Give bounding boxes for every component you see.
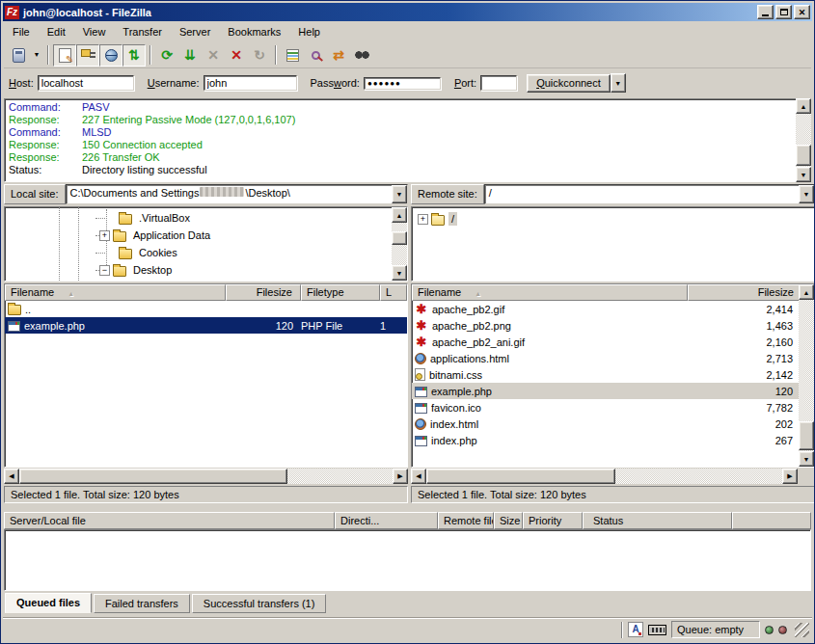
activity-led-red-icon xyxy=(778,626,787,634)
file-row[interactable]: favicon.ico7,782 xyxy=(412,399,814,416)
tab-queued-files[interactable]: Queued files xyxy=(5,593,92,613)
quickconnect-button[interactable]: Quickconnect xyxy=(527,74,611,93)
file-row[interactable]: applications.html2,713 xyxy=(412,350,814,366)
toggle-message-log-button[interactable]: ✎ xyxy=(53,44,76,67)
tree-item-application-data[interactable]: + Application Data xyxy=(5,227,407,244)
site-manager-button[interactable] xyxy=(7,44,30,67)
toggle-local-tree-button[interactable] xyxy=(76,44,99,67)
scroll-down-icon[interactable]: ▼ xyxy=(796,167,811,182)
column-direction[interactable]: Directi... xyxy=(335,512,438,529)
tree-item-root[interactable]: + / xyxy=(412,210,814,228)
expand-icon[interactable]: + xyxy=(99,230,110,241)
column-filesize[interactable]: Filesize xyxy=(226,284,301,301)
column-empty[interactable] xyxy=(732,512,811,529)
local-path-dropdown-button[interactable]: ▼ xyxy=(392,185,407,203)
remote-list-vscrollbar[interactable]: ▲ ▼ xyxy=(799,284,814,467)
file-row[interactable]: ✱apache_pb2_ani.gif2,160 xyxy=(412,334,814,350)
remote-path-combobox[interactable]: / ▼ xyxy=(484,184,815,204)
remote-directory-tree: + / xyxy=(411,206,815,282)
close-button[interactable]: ✕ xyxy=(794,5,810,19)
refresh-button[interactable]: ⟳ xyxy=(155,44,178,67)
column-filename[interactable]: Filename▲ xyxy=(5,284,226,301)
tree-item-desktop[interactable]: − Desktop xyxy=(5,261,407,279)
filezilla-logo-icon: Fz xyxy=(5,6,19,19)
scrollbar-thumb[interactable] xyxy=(426,469,615,484)
resize-grip[interactable] xyxy=(795,623,809,637)
toggle-remote-tree-button[interactable] xyxy=(99,44,122,67)
remote-list-hscrollbar[interactable]: ◀ ▶ xyxy=(411,469,798,484)
menu-edit[interactable]: Edit xyxy=(39,23,74,40)
collapse-icon[interactable]: − xyxy=(99,265,110,276)
file-row[interactable]: index.html202 xyxy=(412,416,814,432)
scroll-down-icon[interactable]: ▼ xyxy=(392,265,407,281)
username-input[interactable] xyxy=(204,75,297,91)
file-row-example-php[interactable]: example.php 120 PHP File 1 xyxy=(5,317,407,334)
scroll-up-icon[interactable]: ▲ xyxy=(796,98,811,114)
find-files-button[interactable] xyxy=(350,44,373,67)
menu-view[interactable]: View xyxy=(74,23,115,40)
synchronized-browsing-button[interactable]: ⇄ xyxy=(327,44,350,67)
scrollbar-thumb[interactable] xyxy=(392,231,407,245)
local-tree-scrollbar[interactable]: ▲ ▼ xyxy=(392,207,407,281)
queue-header: Server/Local file Directi... Remote file… xyxy=(4,512,811,529)
file-row[interactable]: bitnami.css2,142 xyxy=(412,366,814,383)
scroll-right-icon[interactable]: ▶ xyxy=(393,469,408,484)
scrollbar-thumb[interactable] xyxy=(799,421,814,450)
cancel-button[interactable]: ✕ xyxy=(202,44,225,67)
maximize-button[interactable] xyxy=(775,5,792,19)
file-row-selected[interactable]: example.php120 xyxy=(412,383,814,399)
disconnect-button[interactable]: ✕ xyxy=(225,44,248,67)
log-line: Command:MLSD xyxy=(9,126,797,139)
column-filetype[interactable]: Filetype xyxy=(301,284,380,301)
ico-file-icon xyxy=(415,403,427,414)
quickconnect-dropdown-button[interactable]: ▼ xyxy=(611,73,626,93)
menu-help[interactable]: Help xyxy=(289,23,329,40)
menu-file[interactable]: File xyxy=(4,23,39,40)
menu-transfer[interactable]: Transfer xyxy=(114,23,171,40)
file-row[interactable]: ✱apache_pb2.gif2,414 xyxy=(412,301,814,317)
column-priority[interactable]: Priority xyxy=(523,512,583,529)
reconnect-button[interactable]: ↻ xyxy=(248,44,271,67)
remote-path-dropdown-button[interactable]: ▼ xyxy=(799,185,814,203)
column-filesize[interactable]: Filesize xyxy=(688,284,814,301)
tab-successful-transfers[interactable]: Successful transfers (1) xyxy=(192,594,327,613)
scroll-down-icon[interactable]: ▼ xyxy=(799,451,814,467)
column-size[interactable]: Size xyxy=(494,512,523,529)
file-row[interactable]: index.php267 xyxy=(412,432,814,448)
transfer-type-indicator-icon[interactable]: A xyxy=(628,622,643,637)
status-indicator-badge-icon[interactable] xyxy=(648,625,666,635)
tab-failed-transfers[interactable]: Failed transfers xyxy=(94,594,190,613)
menu-bookmarks[interactable]: Bookmarks xyxy=(219,23,289,40)
port-input[interactable] xyxy=(480,75,517,91)
host-input[interactable] xyxy=(38,75,134,91)
scroll-left-icon[interactable]: ◀ xyxy=(411,469,426,484)
local-path-combobox[interactable]: C:\Documents and Settings\Desktop\ ▼ xyxy=(66,184,408,204)
expand-icon[interactable]: + xyxy=(418,214,428,225)
tree-item-virtualbox[interactable]: .VirtualBox xyxy=(5,209,407,227)
column-remote-file[interactable]: Remote file xyxy=(438,512,494,529)
column-status[interactable]: Status xyxy=(583,512,732,529)
password-input[interactable] xyxy=(364,77,441,90)
filters-button[interactable] xyxy=(281,44,304,67)
log-scrollbar[interactable]: ▲ ▼ xyxy=(796,98,811,182)
directory-comparison-button[interactable] xyxy=(304,44,327,67)
minimize-button[interactable] xyxy=(757,5,774,19)
scrollbar-thumb[interactable] xyxy=(19,469,287,484)
column-server-local-file[interactable]: Server/Local file xyxy=(4,512,335,529)
file-row-parent-dir[interactable]: .. xyxy=(5,301,407,317)
scroll-up-icon[interactable]: ▲ xyxy=(799,284,814,300)
file-row[interactable]: ✱apache_pb2.png1,463 xyxy=(412,317,814,334)
tree-item-cookies[interactable]: Cookies xyxy=(5,244,407,261)
menu-server[interactable]: Server xyxy=(171,23,219,40)
scroll-right-icon[interactable]: ▶ xyxy=(782,469,798,484)
scrollbar-thumb[interactable] xyxy=(796,145,811,166)
column-last-modified[interactable]: L xyxy=(380,284,407,301)
toggle-transfer-queue-button[interactable]: ⇅ xyxy=(122,44,146,67)
scroll-left-icon[interactable]: ◀ xyxy=(4,469,19,484)
local-list-hscrollbar[interactable]: ◀ ▶ xyxy=(4,469,408,484)
php-file-icon xyxy=(415,436,427,446)
column-filename[interactable]: Filename▲ xyxy=(412,284,688,301)
site-manager-dropdown-button[interactable]: ▼ xyxy=(30,44,43,67)
process-queue-button[interactable]: ⇊ xyxy=(178,44,202,67)
scroll-up-icon[interactable]: ▲ xyxy=(392,207,407,223)
